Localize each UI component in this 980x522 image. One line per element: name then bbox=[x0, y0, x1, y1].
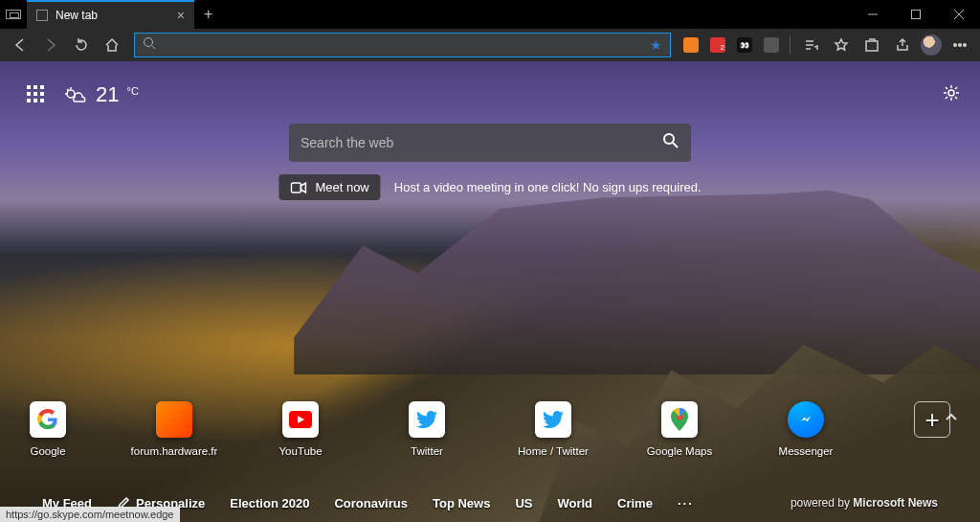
quick-link-google-maps[interactable]: Google Maps bbox=[634, 401, 725, 457]
nav-refresh-button[interactable] bbox=[67, 31, 96, 59]
profile-button[interactable] bbox=[919, 33, 944, 57]
svg-rect-6 bbox=[866, 41, 878, 51]
collections-icon bbox=[864, 37, 880, 53]
web-search-submit[interactable] bbox=[653, 132, 679, 153]
feed-link[interactable]: World bbox=[557, 496, 592, 511]
hardwarefr-tile-icon bbox=[156, 401, 192, 438]
weather-partly-cloudy-icon bbox=[63, 85, 88, 104]
tab-favicon-icon bbox=[36, 10, 48, 21]
video-camera-icon bbox=[290, 181, 307, 194]
extension-icon bbox=[764, 37, 779, 53]
minimize-icon bbox=[868, 10, 878, 19]
new-tab-page: 21 °C Meet now Host a video meeting in o… bbox=[0, 61, 980, 522]
quick-links-row: Google forum.hardware.fr YouTube Twitter… bbox=[0, 401, 980, 457]
arrow-left-icon bbox=[12, 37, 28, 53]
quick-link-twitter-home[interactable]: Home / Twitter bbox=[507, 401, 599, 457]
tab-title: New tab bbox=[56, 9, 98, 22]
window-minimize-button[interactable] bbox=[851, 0, 894, 29]
meet-now-caption: Host a video meeting in one click! No si… bbox=[394, 180, 702, 194]
extension-badge-icon: 2 bbox=[710, 37, 725, 53]
share-button[interactable] bbox=[888, 31, 917, 59]
weather-widget[interactable]: 21 °C bbox=[63, 82, 139, 107]
address-bar[interactable]: ★ bbox=[134, 33, 671, 57]
extension-button-4[interactable] bbox=[759, 33, 784, 57]
search-icon bbox=[662, 132, 679, 149]
google-tile-icon bbox=[30, 401, 66, 438]
quick-link-label: Google bbox=[30, 445, 65, 457]
feed-link[interactable]: US bbox=[515, 496, 532, 511]
extension-button-1[interactable] bbox=[679, 33, 703, 57]
app-menu-button[interactable] bbox=[946, 31, 974, 59]
quick-link-label: Google Maps bbox=[647, 445, 712, 457]
new-tab-button[interactable]: + bbox=[194, 0, 222, 29]
avatar-icon bbox=[921, 34, 942, 56]
ellipsis-icon bbox=[952, 37, 968, 53]
svg-line-5 bbox=[152, 46, 155, 49]
maximize-icon bbox=[911, 10, 921, 19]
meet-now-label: Meet now bbox=[315, 180, 368, 194]
quick-link-label: forum.hardware.fr bbox=[131, 445, 218, 457]
tab-strip-leading bbox=[0, 0, 27, 29]
svg-point-12 bbox=[664, 134, 674, 144]
share-icon bbox=[895, 37, 910, 53]
background-mountain bbox=[294, 191, 980, 374]
meet-now-button[interactable]: Meet now bbox=[278, 174, 380, 200]
collections-button[interactable] bbox=[858, 31, 886, 59]
svg-line-13 bbox=[673, 143, 678, 148]
star-plus-icon bbox=[834, 37, 849, 53]
favorite-star-button[interactable]: ★ bbox=[650, 37, 662, 53]
titlebar-drag-region bbox=[222, 0, 851, 29]
weather-unit: °C bbox=[126, 85, 138, 97]
quick-link-twitter[interactable]: Twitter bbox=[381, 401, 473, 457]
quick-link-youtube[interactable]: YouTube bbox=[255, 401, 346, 457]
page-settings-button[interactable] bbox=[942, 83, 961, 106]
svg-point-9 bbox=[964, 44, 967, 47]
feed-link[interactable]: Crime bbox=[617, 496, 653, 511]
nav-forward-button[interactable] bbox=[36, 31, 65, 59]
search-icon bbox=[143, 36, 156, 54]
svg-point-8 bbox=[959, 44, 962, 47]
address-input[interactable] bbox=[156, 38, 650, 53]
toolbar-separator bbox=[790, 35, 791, 55]
window-maximize-button[interactable] bbox=[894, 0, 937, 29]
svg-point-4 bbox=[145, 38, 153, 47]
quick-link-label: YouTube bbox=[278, 445, 322, 457]
tab-actions-icon[interactable] bbox=[6, 10, 21, 19]
web-search-input[interactable] bbox=[301, 135, 653, 150]
feed-attribution: powered by Microsoft News bbox=[791, 496, 938, 510]
quick-link-label: Messenger bbox=[779, 445, 834, 457]
plus-icon: + bbox=[914, 401, 950, 438]
feed-link[interactable]: Coronavirus bbox=[334, 496, 408, 511]
close-tab-button[interactable]: × bbox=[177, 8, 185, 23]
weather-temperature: 21 bbox=[96, 82, 119, 107]
feed-link[interactable]: Top News bbox=[433, 496, 490, 511]
tab-active[interactable]: New tab × bbox=[27, 0, 194, 29]
gear-icon bbox=[942, 83, 961, 102]
youtube-tile-icon bbox=[282, 401, 319, 438]
quick-link-add[interactable]: + bbox=[886, 401, 978, 457]
app-launcher-button[interactable] bbox=[27, 85, 46, 104]
extension-button-2[interactable]: 2 bbox=[705, 33, 730, 57]
twitter-tile-icon bbox=[409, 401, 445, 438]
nav-back-button[interactable] bbox=[6, 31, 34, 59]
favorites-button[interactable] bbox=[827, 31, 856, 59]
reading-list-button[interactable] bbox=[796, 31, 825, 59]
messenger-tile-icon bbox=[788, 401, 824, 438]
quick-link-label: Home / Twitter bbox=[518, 445, 589, 457]
svg-point-7 bbox=[954, 44, 957, 47]
list-music-icon bbox=[803, 37, 818, 53]
arrow-right-icon bbox=[43, 37, 58, 53]
svg-rect-1 bbox=[911, 11, 920, 19]
quick-link-label: Twitter bbox=[411, 445, 443, 457]
refresh-icon bbox=[74, 37, 89, 53]
nav-home-button[interactable] bbox=[98, 31, 126, 59]
window-close-button[interactable] bbox=[937, 0, 980, 29]
svg-point-11 bbox=[948, 90, 954, 96]
web-search-box[interactable] bbox=[289, 124, 691, 162]
quick-link-google[interactable]: Google bbox=[2, 401, 94, 457]
quick-link-hardwarefr[interactable]: forum.hardware.fr bbox=[128, 401, 220, 457]
extension-button-3[interactable]: 👀 bbox=[732, 33, 757, 57]
quick-link-messenger[interactable]: Messenger bbox=[760, 401, 852, 457]
feed-link[interactable]: Election 2020 bbox=[230, 496, 309, 511]
feed-more-button[interactable]: ··· bbox=[678, 496, 694, 511]
